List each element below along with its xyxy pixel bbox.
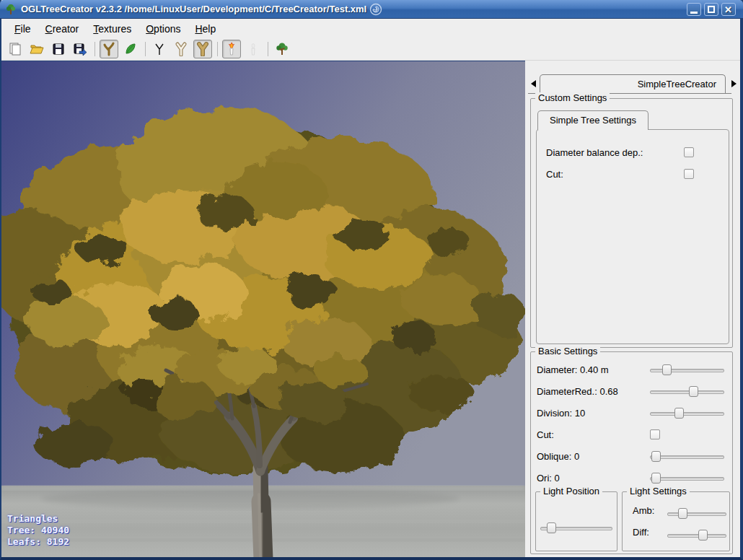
basic-cut-checkbox[interactable] xyxy=(650,429,660,439)
app-tree-icon xyxy=(5,4,17,15)
toolbar-separator xyxy=(94,42,95,56)
maximize-icon xyxy=(708,6,715,13)
amb-slider[interactable] xyxy=(667,508,726,519)
oblique-slider[interactable] xyxy=(650,451,724,462)
ori-label: Ori: 0 xyxy=(537,473,560,484)
light-on-button[interactable] xyxy=(222,40,241,58)
maximize-button[interactable] xyxy=(704,3,718,16)
slider-handle[interactable] xyxy=(698,530,708,541)
custom-cut-checkbox[interactable] xyxy=(684,169,694,179)
light-position-slider[interactable] xyxy=(540,522,612,533)
custom-settings-group: Custom Settings Simple Tree Settings Dia… xyxy=(530,98,733,348)
ori-slider[interactable] xyxy=(650,473,724,484)
open-file-button[interactable] xyxy=(27,40,46,58)
amb-label: Amb: xyxy=(633,505,654,516)
custom-settings-title: Custom Settings xyxy=(535,92,610,103)
branch-skeleton-button[interactable] xyxy=(150,40,169,58)
diameter-balance-checkbox[interactable] xyxy=(684,147,694,157)
slider-handle[interactable] xyxy=(651,473,661,484)
tab-scroll-right-button[interactable] xyxy=(729,77,738,90)
new-file-icon xyxy=(8,42,22,56)
slider-handle[interactable] xyxy=(651,451,661,462)
branch-skeleton-icon xyxy=(152,42,167,56)
new-file-button[interactable] xyxy=(6,40,25,58)
menu-creator[interactable]: Creator xyxy=(38,20,87,38)
light-off-icon xyxy=(246,42,260,56)
branch-outline-button[interactable] xyxy=(172,40,190,58)
diff-slider[interactable] xyxy=(667,530,726,541)
window-title: OGLTreeCreator v2.3.2 /home/LinuxUser/De… xyxy=(21,4,366,14)
light-position-group: Light Position xyxy=(535,491,617,551)
stats-tree: Tree: 40940 xyxy=(7,525,69,536)
save-file-icon xyxy=(51,42,66,56)
titlebar[interactable]: OGLTreeCreator v2.3.2 /home/LinuxUser/De… xyxy=(0,0,743,19)
diameter-red-label: DiameterRed.: 0.68 xyxy=(537,386,618,397)
generate-tree-button[interactable] xyxy=(273,40,291,58)
simple-tree-settings-pane: Diameter balance dep.: Cut: xyxy=(536,129,729,344)
oblique-label: Oblique: 0 xyxy=(537,451,579,462)
branch-outline-icon xyxy=(174,42,188,56)
tree-render xyxy=(1,61,525,557)
save-file-as-button[interactable] xyxy=(71,40,89,58)
diameter-balance-label: Diameter balance dep.: xyxy=(546,147,643,158)
generate-tree-icon xyxy=(275,42,289,56)
toolbar-separator xyxy=(217,42,218,56)
tab-scroll-left-button[interactable] xyxy=(529,77,537,90)
light-on-icon xyxy=(224,42,239,56)
open-file-icon xyxy=(30,42,44,56)
tree-mode-icon xyxy=(102,42,116,56)
leaf-mode-icon xyxy=(123,42,138,56)
tab-simple-tree-settings[interactable]: Simple Tree Settings xyxy=(537,110,649,130)
stats-title: Triangles xyxy=(7,513,69,525)
menu-options[interactable]: Options xyxy=(139,20,188,38)
basic-settings-title: Basic Settings xyxy=(535,346,600,356)
leaf-mode-button[interactable] xyxy=(121,40,140,58)
opengl-viewport[interactable]: Triangles Tree: 40940 Leafs: 8192 xyxy=(1,61,525,557)
close-icon: ✕ xyxy=(724,4,732,15)
light-settings-group: Light Settings Amb: Diff: xyxy=(622,491,730,551)
stats-overlay: Triangles Tree: 40940 Leafs: 8192 xyxy=(7,513,69,548)
save-file-button[interactable] xyxy=(49,40,68,58)
slider-handle[interactable] xyxy=(689,386,698,397)
swirl-icon xyxy=(369,3,382,16)
tree-mode-button[interactable] xyxy=(100,40,118,58)
basic-settings-group: Basic Settings Diameter: 0.40 m Diameter… xyxy=(530,351,733,554)
slider-handle[interactable] xyxy=(674,408,684,419)
menu-textures[interactable]: Textures xyxy=(86,20,139,38)
toolbar-separator xyxy=(145,42,146,56)
slider-handle[interactable] xyxy=(678,508,687,519)
chevron-right-icon xyxy=(731,80,737,87)
minimize-icon xyxy=(690,12,698,14)
close-button[interactable]: ✕ xyxy=(721,3,736,16)
save-file-as-icon xyxy=(73,42,87,56)
slider-handle[interactable] xyxy=(547,522,556,533)
custom-cut-label: Cut: xyxy=(546,169,563,180)
diff-label: Diff: xyxy=(633,527,649,538)
settings-panel: SimpleTreeCreator Custom Settings Simple… xyxy=(527,61,740,557)
toolbar xyxy=(1,38,740,61)
chevron-left-icon xyxy=(531,80,536,87)
diameter-slider[interactable] xyxy=(650,364,724,375)
menu-help[interactable]: Help xyxy=(188,20,223,38)
diameter-label: Diameter: 0.40 m xyxy=(537,364,609,375)
diameter-red-slider[interactable] xyxy=(650,386,724,397)
light-off-button[interactable] xyxy=(244,40,263,58)
menubar: File Creator Textures Options Help xyxy=(1,19,740,38)
app-window: OGLTreeCreator v2.3.2 /home/LinuxUser/De… xyxy=(0,0,743,560)
slider-handle[interactable] xyxy=(662,364,672,375)
tab-simpletreecreator[interactable]: SimpleTreeCreator xyxy=(540,74,726,94)
branch-solid-icon xyxy=(195,42,210,56)
light-position-title: Light Position xyxy=(540,486,602,496)
main-area: Triangles Tree: 40940 Leafs: 8192 Simple… xyxy=(1,61,740,557)
basic-cut-label: Cut: xyxy=(537,429,554,440)
menu-file[interactable]: File xyxy=(7,20,38,38)
division-label: Division: 10 xyxy=(537,408,585,419)
minimize-button[interactable] xyxy=(687,3,701,16)
branch-solid-button[interactable] xyxy=(193,40,212,58)
toolbar-separator xyxy=(268,42,268,56)
light-settings-title: Light Settings xyxy=(627,486,690,496)
division-slider[interactable] xyxy=(650,408,724,419)
stats-leafs: Leafs: 8192 xyxy=(7,536,69,548)
